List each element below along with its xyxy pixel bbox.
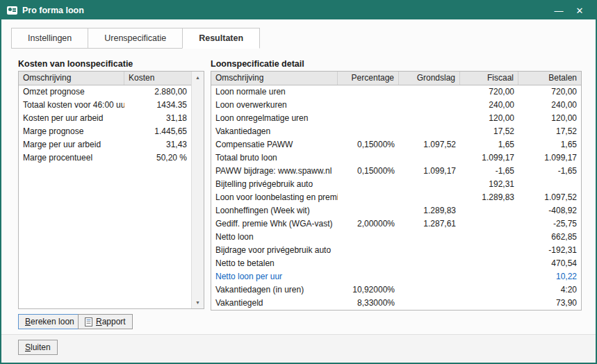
column-header-omschrijving: Omschrijving [211, 72, 338, 85]
table-cell: 1,65 [518, 138, 581, 151]
table-row[interactable]: Vakantiegeld8,33000%73,90 [211, 297, 581, 310]
table-cell: 73,90 [518, 297, 581, 310]
column-header-percentage: Percentage [338, 72, 399, 85]
table-cell: Vakantiedagen (in uren) [211, 283, 338, 297]
table-cell [399, 283, 460, 297]
table-row[interactable]: Loon onregelmatige uren120,00120,00 [211, 112, 581, 125]
table-row[interactable]: PAWW bijdrage: www.spaww.nl0,15000%1.099… [211, 165, 581, 178]
table-cell: Marge procentueel [19, 151, 124, 165]
table-row[interactable]: Omzet prognose2.880,00 [19, 85, 191, 99]
table-cell [399, 178, 460, 191]
tab-instellingen[interactable]: Instellingen [11, 28, 88, 49]
table-cell [338, 270, 399, 283]
scroll-down-icon[interactable]: ▼ [192, 297, 204, 308]
table-row[interactable]: Loon overwerkuren240,00240,00 [211, 99, 581, 112]
table-cell: 8,33000% [338, 297, 399, 310]
table-row[interactable]: Bijdrage voor privégebruik auto-192,31 [211, 244, 581, 257]
column-header-omschrijving: Omschrijving [19, 72, 124, 85]
table-cell: 1.289,83 [399, 204, 460, 217]
table-row[interactable]: Kosten per uur arbeid31,18 [19, 112, 191, 125]
table-cell [460, 231, 518, 244]
pro-forma-loon-dialog: Pro forma loon — ✕ Instellingen Urenspec… [0, 0, 597, 364]
table-cell [399, 112, 460, 125]
table-cell: Kosten per uur arbeid [19, 112, 124, 125]
rapport-button[interactable]: Rapport [78, 314, 133, 329]
table-cell [399, 99, 460, 112]
sluiten-button[interactable]: Sluiten [18, 340, 58, 355]
scrollbar-track[interactable] [192, 83, 204, 297]
table-cell [518, 178, 581, 191]
table-cell: Vakantiegeld [211, 297, 338, 310]
table-row[interactable]: Netto loon per uur10,22 [211, 270, 581, 283]
column-header-betalen: Betalen [518, 72, 581, 85]
bereken-loon-button[interactable]: Bereken loon [18, 314, 81, 329]
loonspecificatie-table-header: Omschrijving Percentage Grondslag Fiscaa… [211, 72, 581, 85]
table-cell [338, 99, 399, 112]
table-row[interactable]: Compensatie PAWW0,15000%1.097,521,651,65 [211, 138, 581, 151]
table-cell [460, 244, 518, 257]
table-row[interactable]: Totaal bruto loon1.099,171.099,17 [211, 151, 581, 165]
kosten-table-body: Omzet prognose2.880,00Totaal kosten voor… [19, 85, 191, 165]
table-cell: 10,22 [518, 270, 581, 283]
table-cell [338, 204, 399, 217]
scroll-up-icon[interactable]: ▲ [192, 72, 204, 83]
table-cell: Marge prognose [19, 125, 124, 138]
kosten-table-header: Omschrijving Kosten [19, 72, 191, 85]
titlebar: Pro forma loon — ✕ [1, 1, 596, 19]
table-cell: Totaal kosten voor 46:00 uur [19, 99, 124, 112]
tab-urenspecificatie[interactable]: Urenspecificatie [88, 28, 183, 49]
table-row[interactable]: Loon voor loonbelasting en premies1.289,… [211, 191, 581, 204]
table-cell: Loon overwerkuren [211, 99, 338, 112]
table-cell: 1.099,17 [399, 165, 460, 178]
bottom-bar [1, 335, 596, 363]
table-row[interactable]: Gediff. premie Whk (WGA-vast)2,00000%1.2… [211, 217, 581, 231]
table-cell [338, 191, 399, 204]
vertical-scrollbar[interactable]: ▲ ▼ [191, 72, 204, 308]
table-cell: 2.880,00 [124, 85, 191, 99]
table-cell: Netto te betalen [211, 257, 338, 270]
table-row[interactable]: Loon normale uren720,00720,00 [211, 85, 581, 99]
table-cell [399, 125, 460, 138]
table-row[interactable]: Marge procentueel50,20 % [19, 151, 191, 165]
table-row[interactable]: Vakantiedagen (in uren)10,92000%4:20 [211, 283, 581, 297]
right-panel-title: Loonspecificatie detail [211, 59, 304, 69]
table-cell: 662,85 [518, 231, 581, 244]
table-cell [399, 151, 460, 165]
table-cell: 720,00 [518, 85, 581, 99]
table-cell: Loonheffingen (Week wit) [211, 204, 338, 217]
table-cell [338, 178, 399, 191]
app-icon [7, 6, 17, 15]
table-cell: 1.099,17 [518, 151, 581, 165]
table-cell: 1434.35 [124, 99, 191, 112]
close-button[interactable]: ✕ [569, 3, 590, 18]
table-cell [460, 204, 518, 217]
table-row[interactable]: Netto loon662,85 [211, 231, 581, 244]
table-cell: Loon voor loonbelasting en premies [211, 191, 338, 204]
table-cell: 4:20 [518, 283, 581, 297]
table-row[interactable]: Marge prognose1.445,65 [19, 125, 191, 138]
table-row[interactable]: Vakantiedagen17,5217,52 [211, 125, 581, 138]
bereken-loon-button-label: Bereken loon [25, 317, 74, 326]
tab-resultaten[interactable]: Resultaten [182, 28, 260, 49]
table-cell: -1,65 [460, 165, 518, 178]
table-cell: 120,00 [460, 112, 518, 125]
table-cell: 720,00 [460, 85, 518, 99]
table-row[interactable]: Marge per uur arbeid31,43 [19, 138, 191, 151]
table-cell: Bijdrage voor privégebruik auto [211, 244, 338, 257]
table-cell: Gediff. premie Whk (WGA-vast) [211, 217, 338, 231]
table-cell: 2,00000% [338, 217, 399, 231]
table-row[interactable]: Totaal kosten voor 46:00 uur1434.35 [19, 99, 191, 112]
minimize-button[interactable]: — [548, 3, 569, 18]
table-cell [399, 244, 460, 257]
table-row[interactable]: Bijtelling privégebruik auto192,31 [211, 178, 581, 191]
table-cell: 240,00 [460, 99, 518, 112]
kosten-table: Omschrijving Kosten Omzet prognose2.880,… [18, 71, 204, 309]
table-row[interactable]: Loonheffingen (Week wit)1.289,83-408,92 [211, 204, 581, 217]
table-cell: Bijtelling privégebruik auto [211, 178, 338, 191]
table-cell [399, 270, 460, 283]
loonspecificatie-table-body: Loon normale uren720,00720,00Loon overwe… [211, 85, 581, 310]
table-cell: 1,65 [460, 138, 518, 151]
table-cell: Totaal bruto loon [211, 151, 338, 165]
column-header-kosten: Kosten [124, 72, 191, 85]
table-row[interactable]: Netto te betalen470,54 [211, 257, 581, 270]
